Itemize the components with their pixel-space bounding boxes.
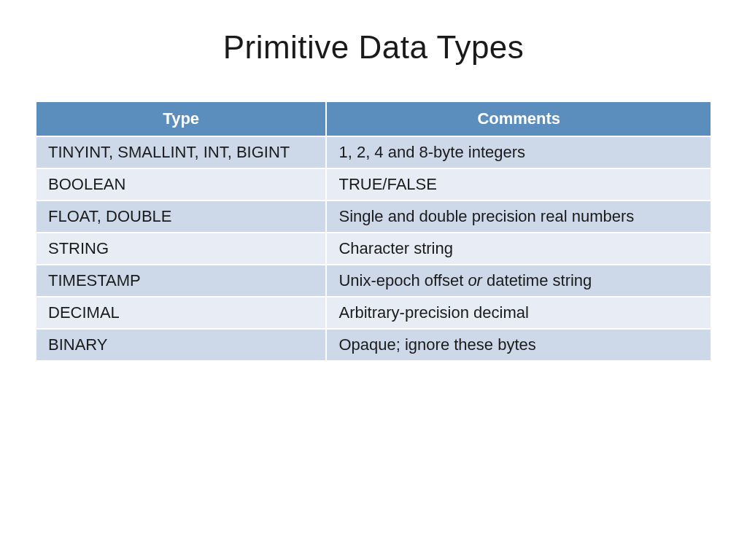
table-row: STRINGCharacter string	[36, 233, 711, 264]
table-header-row: Type Comments	[36, 102, 711, 136]
cell-comment: Unix-epoch offset or datetime string	[327, 265, 711, 296]
text-part: datetime string	[482, 271, 592, 289]
header-type: Type	[36, 102, 325, 136]
slide: Primitive Data Types Type Comments TINYI…	[0, 0, 747, 560]
text-part: TRUE/FALSE	[338, 175, 436, 193]
cell-comment: Character string	[327, 233, 711, 264]
table-row: BOOLEANTRUE/FALSE	[36, 169, 711, 200]
text-part: 1, 2, 4 and 8-byte integers	[338, 143, 525, 161]
text-part: Character string	[338, 239, 453, 257]
text-part: Single and double precision real numbers	[338, 207, 634, 225]
cell-comment: Single and double precision real numbers	[327, 201, 711, 232]
cell-type: TIMESTAMP	[36, 265, 325, 296]
table-row: TINYINT, SMALLINT, INT, BIGINT1, 2, 4 an…	[36, 137, 711, 168]
header-comments: Comments	[327, 102, 711, 136]
cell-type: TINYINT, SMALLINT, INT, BIGINT	[36, 137, 325, 168]
table-row: FLOAT, DOUBLESingle and double precision…	[36, 201, 711, 232]
text-part: Unix-epoch offset	[338, 271, 468, 289]
italic-text: or	[468, 271, 482, 289]
cell-type: DECIMAL	[36, 298, 325, 328]
cell-comment: Arbitrary-precision decimal	[327, 298, 711, 328]
cell-comment: TRUE/FALSE	[327, 169, 711, 200]
cell-type: STRING	[36, 233, 325, 264]
table-row: TIMESTAMPUnix-epoch offset or datetime s…	[36, 265, 711, 296]
cell-comment: 1, 2, 4 and 8-byte integers	[327, 137, 711, 168]
table-row: BINARYOpaque; ignore these bytes	[36, 330, 711, 360]
text-part: Arbitrary-precision decimal	[338, 303, 528, 322]
text-part: Opaque; ignore these bytes	[338, 335, 535, 354]
page-title: Primitive Data Types	[35, 29, 712, 66]
table-body: TINYINT, SMALLINT, INT, BIGINT1, 2, 4 an…	[36, 137, 711, 360]
cell-type: BINARY	[36, 330, 325, 360]
cell-type: FLOAT, DOUBLE	[36, 201, 325, 232]
table-row: DECIMALArbitrary-precision decimal	[36, 298, 711, 328]
data-types-table: Type Comments TINYINT, SMALLINT, INT, BI…	[35, 101, 712, 362]
cell-comment: Opaque; ignore these bytes	[327, 330, 711, 360]
cell-type: BOOLEAN	[36, 169, 325, 200]
